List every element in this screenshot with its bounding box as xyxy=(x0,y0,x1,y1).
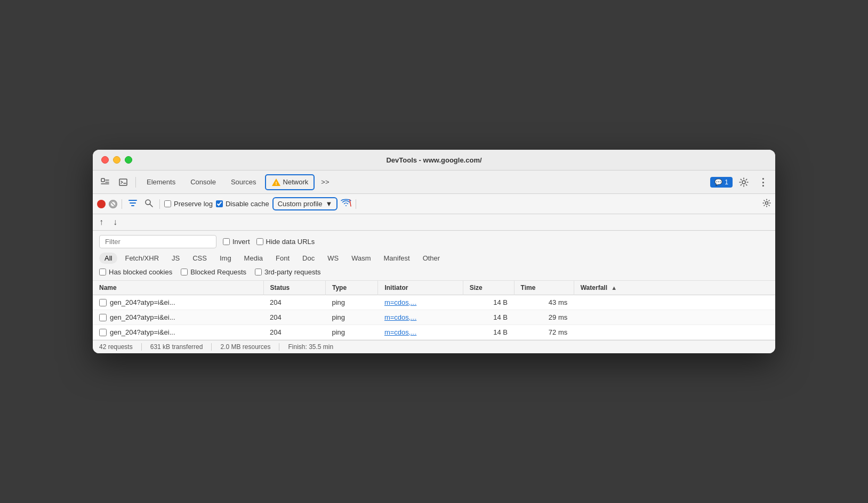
has-blocked-cookies-label[interactable]: Has blocked cookies xyxy=(99,268,172,276)
tab-network[interactable]: ! Network xyxy=(265,174,315,190)
filter-type-font[interactable]: Font xyxy=(270,253,295,264)
custom-profile-dropdown[interactable]: Custom profile ▼ xyxy=(272,197,338,210)
filter-type-js[interactable]: JS xyxy=(166,253,185,264)
filter-type-all[interactable]: All xyxy=(99,253,117,264)
chevron-down-icon: ▼ xyxy=(325,200,332,208)
filter-type-img[interactable]: Img xyxy=(214,253,237,264)
cell-time-0: 43 ms xyxy=(514,295,574,310)
inspector-icon[interactable] xyxy=(97,175,113,189)
col-size[interactable]: Size xyxy=(463,281,514,295)
svg-line-6 xyxy=(111,202,115,206)
filter-type-wasm[interactable]: Wasm xyxy=(346,253,376,264)
preserve-log-text: Preserve log xyxy=(174,200,213,208)
col-status[interactable]: Status xyxy=(263,281,326,295)
finish-time: Finish: 35.5 min xyxy=(288,343,333,351)
badge-count: 1 xyxy=(725,179,728,186)
svg-point-10 xyxy=(766,201,768,204)
invert-label: Invert xyxy=(232,238,250,246)
table-header-row: Name Status Type Initiator Size Time Wat… xyxy=(93,281,775,295)
chat-icon: 💬 xyxy=(714,179,722,186)
maximize-button[interactable] xyxy=(125,156,132,164)
cell-time-1: 29 ms xyxy=(514,310,574,325)
preserve-log-checkbox[interactable] xyxy=(164,200,171,207)
svg-rect-0 xyxy=(101,179,105,182)
search-icon[interactable] xyxy=(142,198,155,210)
table-row[interactable]: gen_204?atyp=i&ei... 204 ping m=cdos,...… xyxy=(93,310,775,325)
cell-initiator-1: m=cdos,... xyxy=(378,310,463,325)
resources-size: 2.0 MB resources xyxy=(220,343,279,351)
cell-size-0: 14 B xyxy=(463,295,514,310)
sort-arrow-icon: ▲ xyxy=(611,285,617,291)
minimize-button[interactable] xyxy=(113,156,120,164)
tab-network-label: Network xyxy=(283,178,309,186)
col-initiator[interactable]: Initiator xyxy=(378,281,463,295)
filter-type-fetch-xhr[interactable]: Fetch/XHR xyxy=(119,253,164,264)
table-row[interactable]: gen_204?atyp=i&ei... 204 ping m=cdos,...… xyxy=(93,295,775,310)
disable-cache-label[interactable]: Disable cache xyxy=(216,200,269,208)
tab-console[interactable]: Console xyxy=(184,175,222,189)
cell-type-0: ping xyxy=(326,295,378,310)
has-blocked-cookies-checkbox[interactable] xyxy=(99,269,106,275)
filter-icon[interactable] xyxy=(126,198,139,210)
svg-point-4 xyxy=(742,181,745,184)
more-options-icon-btn[interactable]: ⋮ xyxy=(755,174,771,190)
third-party-label[interactable]: 3rd-party requests xyxy=(255,268,321,276)
col-time[interactable]: Time xyxy=(514,281,574,295)
network-table-wrapper: Name Status Type Initiator Size Time Wat… xyxy=(93,281,775,340)
filter-type-other[interactable]: Other xyxy=(417,253,446,264)
filter-input[interactable] xyxy=(99,235,216,248)
has-blocked-cookies-text: Has blocked cookies xyxy=(109,268,172,276)
tab-more[interactable]: >> xyxy=(317,176,333,188)
cell-waterfall-2 xyxy=(574,325,775,340)
tab-divider-1 xyxy=(135,177,136,188)
filter-area: Invert Hide data URLs AllFetch/XHRJSCSSI… xyxy=(93,231,775,281)
filter-type-css[interactable]: CSS xyxy=(187,253,212,264)
console-drawer-icon[interactable] xyxy=(115,175,131,189)
col-name[interactable]: Name xyxy=(93,281,263,295)
cell-type-1: ping xyxy=(326,310,378,325)
import-har-icon[interactable]: ↑ xyxy=(97,216,106,228)
filter-type-manifest[interactable]: Manifest xyxy=(378,253,415,264)
traffic-lights xyxy=(101,156,132,164)
row-checkbox-0[interactable] xyxy=(99,299,107,306)
hide-data-urls-checkbox[interactable] xyxy=(256,238,263,245)
hide-data-urls-label[interactable]: Hide data URLs xyxy=(256,238,315,246)
network-settings-icon[interactable] xyxy=(762,199,771,209)
col-type[interactable]: Type xyxy=(326,281,378,295)
cell-initiator-0: m=cdos,... xyxy=(378,295,463,310)
cell-name-2: gen_204?atyp=i&ei... xyxy=(93,325,263,340)
wifi-throttle-icon[interactable] xyxy=(341,199,351,209)
close-button[interactable] xyxy=(101,156,109,164)
window-title: DevTools - www.google.com/ xyxy=(386,156,481,164)
blocked-requests-checkbox[interactable] xyxy=(181,269,188,275)
filter-type-ws[interactable]: WS xyxy=(322,253,344,264)
cell-time-2: 72 ms xyxy=(514,325,574,340)
table-row[interactable]: gen_204?atyp=i&ei... 204 ping m=cdos,...… xyxy=(93,325,775,340)
filter-type-row: AllFetch/XHRJSCSSImgMediaFontDocWSWasmMa… xyxy=(99,253,769,264)
warning-icon: ! xyxy=(271,177,281,187)
clear-button[interactable] xyxy=(109,200,117,208)
cell-name-1: gen_204?atyp=i&ei... xyxy=(93,310,263,325)
record-button[interactable] xyxy=(97,200,106,208)
tab-sources[interactable]: Sources xyxy=(224,175,263,189)
console-messages-badge[interactable]: 💬 1 xyxy=(710,177,733,188)
cell-type-2: ping xyxy=(326,325,378,340)
row-checkbox-1[interactable] xyxy=(99,314,107,321)
network-table: Name Status Type Initiator Size Time Wat… xyxy=(93,281,775,340)
filter-type-media[interactable]: Media xyxy=(239,253,268,264)
export-har-icon[interactable]: ↓ xyxy=(111,216,119,228)
custom-profile-label: Custom profile xyxy=(278,200,323,208)
disable-cache-checkbox[interactable] xyxy=(216,200,223,207)
cell-initiator-2: m=cdos,... xyxy=(378,325,463,340)
third-party-checkbox[interactable] xyxy=(255,269,262,275)
col-waterfall[interactable]: Waterfall ▲ xyxy=(574,281,775,295)
svg-text:!: ! xyxy=(275,181,277,186)
preserve-log-label[interactable]: Preserve log xyxy=(164,200,213,208)
settings-icon-btn[interactable] xyxy=(736,175,752,189)
row-checkbox-2[interactable] xyxy=(99,329,107,336)
invert-checkbox[interactable] xyxy=(223,238,230,245)
invert-checkbox-label[interactable]: Invert xyxy=(223,238,250,246)
filter-type-doc[interactable]: Doc xyxy=(297,253,320,264)
tab-elements[interactable]: Elements xyxy=(140,175,182,189)
blocked-requests-label[interactable]: Blocked Requests xyxy=(181,268,246,276)
